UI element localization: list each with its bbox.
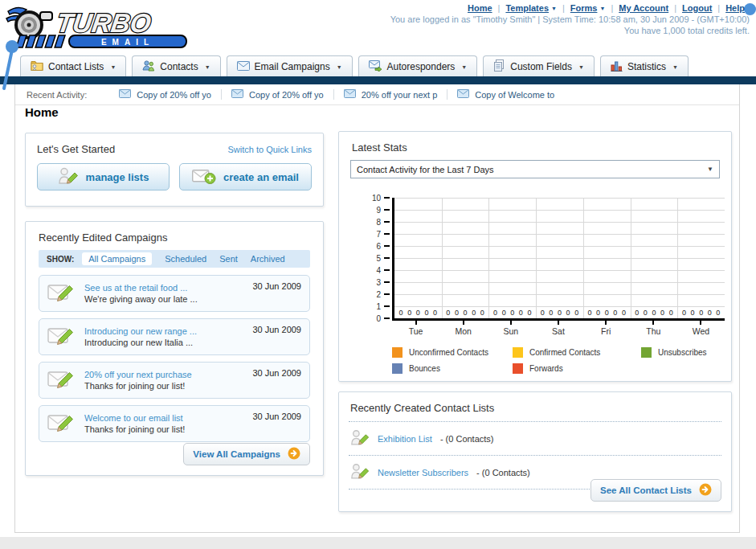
get-started-title: Let's Get Started [37, 143, 115, 155]
chart-gridline [394, 294, 725, 295]
campaign-filter-all-campaigns[interactable]: All Campaigns [82, 252, 152, 265]
campaign-filter-sent[interactable]: Sent [219, 254, 238, 264]
link-separator: | [717, 3, 720, 13]
chart-x-tick [700, 321, 701, 325]
chart-value-label: 0 [635, 309, 639, 317]
campaign-filter-scheduled[interactable]: Scheduled [165, 254, 206, 264]
chart-y-tick [384, 318, 390, 319]
chart-value-label: 0 [502, 309, 506, 317]
tab-custom-fields[interactable]: Custom Fields ▼ [483, 55, 595, 77]
recent-activity-link[interactable]: Copy of 20% off yo [249, 90, 324, 100]
chart-value-label: 0 [708, 309, 712, 317]
chart-value-label: 0 [558, 309, 562, 317]
person-pencil-icon [350, 461, 370, 484]
chart-value-label: 0 [691, 309, 695, 317]
legend-item-bounces: Bounces [392, 363, 513, 374]
header-link-home[interactable]: Home [468, 3, 492, 13]
view-all-campaigns-button[interactable]: View All Campaigns [183, 443, 310, 465]
chart-value-group: 00000 [677, 309, 725, 317]
campaign-title-link[interactable]: 20% off your next purchase [84, 369, 192, 380]
show-label: SHOW: [47, 255, 74, 264]
create-an-email-button[interactable]: create an email [179, 163, 312, 191]
campaign-filter-archived[interactable]: Archived [251, 254, 285, 264]
chart-gridline [442, 198, 443, 318]
recent-activity-link[interactable]: Copy of 20% off yo [137, 90, 211, 100]
legend-item-forwards: Forwards [513, 363, 641, 374]
recent-activity-item[interactable]: Copy of 20% off yo [109, 89, 222, 100]
stats-period-select[interactable]: Contact Activity for the Last 7 Days ▼ [350, 160, 720, 178]
recent-activity-item[interactable]: Copy of Welcome to [447, 89, 564, 100]
chart-value-label: 0 [566, 309, 570, 317]
chart-y-tick [384, 233, 390, 235]
tab-email-campaigns[interactable]: Email Campaigns ▼ [227, 55, 353, 77]
campaign-item[interactable]: See us at the retail food ... We're givi… [39, 275, 310, 312]
contact-list-name-link[interactable]: Exhibition List [378, 434, 432, 444]
email-campaigns-icon [237, 61, 250, 73]
chart-value-label: 0 [699, 309, 703, 317]
recent-activity-link[interactable]: 20% off your next p [362, 90, 438, 100]
contact-list-name-link[interactable]: Newsletter Subscribers [378, 468, 468, 477]
chart-y-label: 3 [365, 278, 381, 287]
tab-statistics[interactable]: Statistics ▼ [600, 55, 689, 77]
manage-lists-button[interactable]: manage lists [37, 163, 170, 191]
custom-fields-icon [493, 59, 505, 74]
switch-to-quick-links-link[interactable]: Switch to Quick Links [227, 145, 312, 154]
campaign-title-link[interactable]: Introducing our new range ... [84, 326, 197, 337]
contact-list-item[interactable]: Exhibition List - (0 Contacts) [349, 422, 721, 456]
legend-swatch [392, 363, 403, 374]
campaign-item[interactable]: 20% off your next purchase Thanks for jo… [39, 362, 310, 399]
campaign-title-link[interactable]: See us at the retail food ... [84, 282, 198, 293]
contacts-icon [142, 59, 155, 74]
legend-label: Forwards [529, 364, 563, 373]
chart-y-label: 0 [365, 314, 381, 323]
chart-value-label: 0 [416, 309, 420, 317]
campaign-item[interactable]: Introducing our new range ... Introducin… [39, 318, 310, 355]
header-link-help[interactable]: Help [725, 3, 745, 13]
envelope-plus-icon [192, 167, 216, 187]
tab-contacts[interactable]: Contacts ▼ [132, 55, 220, 77]
recent-activity-item[interactable]: Copy of 20% off yo [222, 89, 334, 100]
create-an-email-label: create an email [223, 171, 299, 183]
chart-y-label: 4 [365, 266, 381, 275]
chart-value-label: 0 [480, 309, 484, 317]
chart-x-axis: TueMonSunSatFriThuWed [392, 321, 725, 336]
chart-value-label: 0 [605, 309, 609, 317]
tab-contact-lists[interactable]: Contact Lists ▼ [20, 55, 126, 77]
header-link-logout[interactable]: Logout [682, 3, 712, 13]
recent-activity-bar: Recent Activity: Copy of 20% off yo Copy… [15, 84, 739, 105]
campaign-title-link[interactable]: Welcome to our email list [84, 412, 185, 424]
chart-y-tick [384, 221, 390, 223]
app-window: EMAIL TURBO Home | Templates ▼ | Forms ▼… [0, 0, 756, 549]
chart-value-label: 0 [446, 309, 450, 317]
chart-y-label: 8 [365, 218, 381, 227]
recent-activity-items: Copy of 20% off yo Copy of 20% off yo 20… [109, 89, 564, 100]
chart-x-tick [558, 321, 559, 325]
person-pencil-icon [350, 427, 370, 450]
logo-title: TURBO [55, 8, 153, 38]
contact-lists-title: Recently Created Contact Lists [349, 392, 721, 422]
chart-y-tick [384, 293, 390, 295]
recent-activity-item[interactable]: 20% off your next p [334, 89, 448, 100]
chart-y-tick [384, 305, 390, 307]
chart-plot-area: 00000000000000000000000000000000000 [392, 198, 725, 321]
see-all-contact-lists-button[interactable]: See All Contact Lists [590, 479, 721, 502]
chart-y-axis: 012345678910 [363, 198, 390, 318]
chart-y-label: 7 [365, 230, 381, 239]
header-link-templates[interactable]: Templates [505, 3, 549, 13]
chart-value-label: 0 [549, 309, 553, 317]
chart-gridline [583, 198, 584, 318]
legend-label: Confirmed Contacts [529, 348, 600, 357]
campaign-filterbar: SHOW: All CampaignsScheduledSentArchived [39, 250, 310, 268]
envelope-icon [119, 89, 131, 100]
tab-autoresponders[interactable]: Autoresponders ▼ [358, 55, 478, 77]
recent-activity-link[interactable]: Copy of Welcome to [475, 90, 554, 100]
chart-x-label: Fri [582, 321, 630, 336]
chart-x-label: Sat [534, 321, 582, 336]
chevron-down-icon: ▼ [578, 64, 584, 70]
chart-value-label: 0 [541, 309, 545, 317]
stats-period-value: Contact Activity for the Last 7 Days [357, 165, 494, 174]
header-link-forms[interactable]: Forms [570, 3, 598, 13]
campaign-item[interactable]: Welcome to our email list Thanks for joi… [39, 405, 310, 442]
campaign-subtitle: Introducing our new Italia ... [84, 337, 197, 348]
header-link-my-account[interactable]: My Account [619, 3, 668, 13]
